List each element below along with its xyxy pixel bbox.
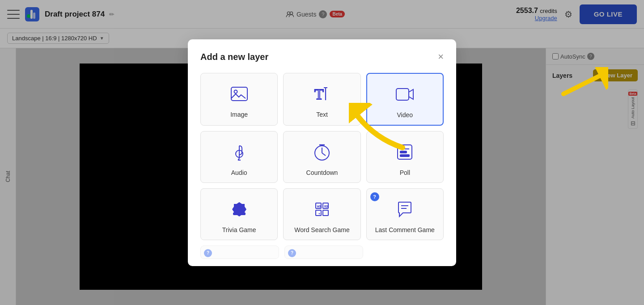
- modal-header: Add a new layer ×: [200, 52, 444, 62]
- svg-rect-22: [323, 210, 328, 216]
- arrow-annotation-newlayer: [555, 67, 608, 103]
- modal-close-button[interactable]: ×: [438, 52, 444, 62]
- lastcomment-help-badge: ?: [370, 192, 379, 201]
- layer-item-audio[interactable]: Audio: [200, 131, 278, 183]
- video-label: Video: [397, 111, 413, 119]
- wordsearch-label: Word Search Game: [294, 226, 349, 233]
- svg-text:RD: RD: [324, 205, 328, 208]
- svg-rect-17: [400, 155, 409, 157]
- audio-icon: [228, 140, 251, 164]
- more-items-row: ? ?: [200, 246, 444, 259]
- modal-title: Add a new layer: [200, 52, 268, 62]
- wordsearch-icon: WO RD +: [310, 198, 334, 221]
- layer-grid: Image T Text: [200, 73, 444, 240]
- svg-text:WO: WO: [317, 205, 321, 208]
- layer-item-image[interactable]: Image: [200, 73, 278, 126]
- layer-item-video[interactable]: Video: [366, 73, 444, 126]
- trivia-label: Trivia Game: [222, 226, 256, 233]
- modal-overlay: Add a new layer × Image T: [0, 0, 644, 305]
- lastcomment-icon: [393, 198, 416, 221]
- svg-rect-16: [400, 151, 407, 153]
- layer-item-extra1[interactable]: ?: [200, 246, 279, 259]
- add-layer-modal: Add a new layer × Image T: [188, 39, 456, 266]
- layer-item-wordsearch[interactable]: WO RD + Word Search Game: [283, 188, 360, 240]
- audio-label: Audio: [231, 169, 247, 176]
- poll-icon: [393, 140, 416, 164]
- layer-item-extra2[interactable]: ?: [284, 246, 363, 259]
- svg-point-7: [234, 90, 237, 93]
- layer-item-trivia[interactable]: Trivia Game: [200, 188, 278, 240]
- layer-item-countdown[interactable]: Countdown: [283, 131, 360, 183]
- text-icon: T: [310, 82, 334, 106]
- image-icon: [228, 82, 251, 106]
- extra1-help-badge: ?: [204, 249, 212, 257]
- layer-item-poll[interactable]: Poll: [366, 131, 444, 183]
- text-label: Text: [316, 111, 328, 118]
- svg-rect-6: [231, 87, 247, 101]
- video-icon: [393, 83, 416, 106]
- extra2-help-badge: ?: [288, 249, 296, 257]
- image-label: Image: [230, 111, 248, 118]
- lastcomment-label: Last Comment Game: [375, 226, 435, 233]
- layer-item-text[interactable]: T Text: [283, 73, 360, 126]
- poll-label: Poll: [400, 169, 410, 176]
- svg-rect-11: [396, 89, 409, 100]
- svg-text:T: T: [314, 86, 324, 102]
- layer-item-lastcomment[interactable]: ? Last Comment Game: [366, 188, 444, 240]
- layer-item-wrapper-lastcomment: ? Last Comment Game: [366, 188, 444, 240]
- trivia-icon: [228, 198, 251, 221]
- countdown-label: Countdown: [306, 169, 338, 176]
- svg-rect-18: [233, 213, 245, 215]
- countdown-icon: [310, 140, 334, 164]
- svg-text:+: +: [318, 212, 320, 216]
